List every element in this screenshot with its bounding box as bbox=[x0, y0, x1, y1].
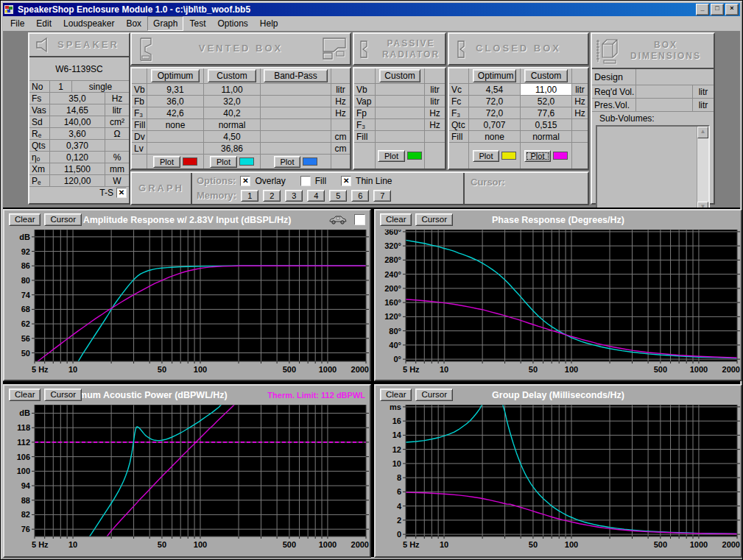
param-value[interactable] bbox=[261, 84, 331, 96]
param-value[interactable] bbox=[376, 96, 425, 107]
cursor-button[interactable]: Cursor bbox=[44, 389, 82, 401]
menu-test[interactable]: Test bbox=[183, 16, 211, 31]
memory-button-4[interactable]: 4 bbox=[307, 190, 325, 202]
memory-button-1[interactable]: 1 bbox=[241, 190, 258, 202]
memory-button-6[interactable]: 6 bbox=[351, 190, 369, 202]
vented-custom-button[interactable]: Custom bbox=[208, 69, 256, 82]
plot-optimum-button[interactable]: Plot bbox=[153, 156, 180, 168]
menu-help[interactable]: Help bbox=[254, 16, 284, 31]
svg-text:86: 86 bbox=[21, 261, 30, 270]
design-value[interactable] bbox=[636, 69, 714, 85]
param-value[interactable]: 0,515 bbox=[521, 119, 572, 131]
ts-checkbox[interactable]: ✕ bbox=[116, 188, 127, 198]
param-value[interactable]: 140,00 bbox=[50, 116, 105, 128]
vented-optimum-button[interactable]: Optimum bbox=[151, 69, 199, 82]
param-value[interactable]: normal bbox=[521, 131, 572, 143]
param-value[interactable]: 4,50 bbox=[204, 131, 261, 143]
maximize-button[interactable]: □ bbox=[711, 4, 724, 15]
param-value[interactable]: 72,0 bbox=[469, 96, 521, 107]
param-value[interactable]: none bbox=[147, 119, 204, 131]
closed-optimum-button[interactable]: Optimum bbox=[473, 69, 516, 82]
param-value[interactable] bbox=[376, 107, 425, 119]
param-value[interactable] bbox=[147, 131, 204, 143]
param-value[interactable]: 36,0 bbox=[147, 96, 204, 107]
param-value[interactable]: 77,6 bbox=[521, 107, 572, 119]
param-value[interactable]: normal bbox=[204, 119, 261, 131]
param-value[interactable]: 36,86 bbox=[204, 143, 261, 155]
cursor-button[interactable]: Cursor bbox=[44, 213, 82, 226]
power-chart[interactable]: 76828894100106112118dB5 Hz10501005001000… bbox=[5, 405, 370, 552]
param-value[interactable]: 0,707 bbox=[469, 119, 521, 131]
param-value[interactable] bbox=[261, 107, 331, 119]
param-value[interactable]: none bbox=[469, 131, 521, 143]
reqd-vol-value[interactable] bbox=[636, 85, 693, 99]
pres-vol-row: Pres.Vol. litr bbox=[592, 99, 714, 112]
param-value[interactable]: 0,120 bbox=[50, 152, 105, 163]
menu-loudspeaker[interactable]: Loudspeaker bbox=[57, 16, 120, 31]
param-value[interactable]: 4,54 bbox=[469, 84, 521, 96]
param-value[interactable] bbox=[376, 119, 425, 131]
menu-file[interactable]: File bbox=[4, 16, 30, 31]
clear-button[interactable]: Clear bbox=[9, 213, 41, 226]
thinline-checkbox[interactable]: ✕ bbox=[341, 176, 351, 186]
pres-vol-value[interactable] bbox=[636, 99, 693, 112]
menu-graph[interactable]: Graph bbox=[147, 16, 183, 31]
param-value[interactable]: 35,0 bbox=[50, 93, 105, 104]
param-value[interactable]: 11,00 bbox=[204, 84, 261, 96]
minimize-button[interactable]: _ bbox=[696, 4, 709, 15]
car-icon[interactable] bbox=[328, 215, 348, 224]
param-value[interactable] bbox=[147, 143, 204, 155]
param-value[interactable] bbox=[261, 143, 331, 155]
param-value[interactable]: 3,60 bbox=[50, 128, 105, 140]
listbox-scrollbar[interactable]: ▲ ▼ bbox=[697, 127, 708, 213]
plot-custom-button[interactable]: Plot bbox=[210, 156, 237, 168]
cursor-button[interactable]: Cursor bbox=[415, 213, 453, 226]
delay-chart[interactable]: 0246810121416ms5 Hz105010050010002000 bbox=[376, 405, 742, 552]
scroll-up-icon[interactable]: ▲ bbox=[697, 127, 708, 138]
plot-bandpass-button[interactable]: Plot bbox=[274, 156, 301, 168]
param-value[interactable] bbox=[261, 119, 331, 131]
param-value[interactable]: 72,0 bbox=[469, 107, 521, 119]
param-value[interactable] bbox=[376, 131, 425, 143]
fill-checkbox[interactable] bbox=[300, 176, 311, 186]
param-value[interactable]: 9,31 bbox=[147, 84, 204, 96]
cursor-button[interactable]: Cursor bbox=[415, 389, 453, 401]
memory-button-3[interactable]: 3 bbox=[285, 190, 303, 202]
menu-edit[interactable]: Edit bbox=[30, 16, 57, 31]
memory-button-2[interactable]: 2 bbox=[263, 190, 281, 202]
overlay-checkbox[interactable]: ✕ bbox=[240, 176, 250, 186]
speaker-mode[interactable]: single bbox=[72, 81, 129, 93]
param-value[interactable] bbox=[261, 131, 331, 143]
phase-chart[interactable]: 0°40°80°120°160°200°240°280°320°360°5 Hz… bbox=[376, 230, 742, 377]
vented-bandpass-button[interactable]: Band-Pass bbox=[264, 69, 328, 82]
car-mode-toggle[interactable] bbox=[354, 214, 365, 225]
param-value[interactable]: 0,370 bbox=[50, 140, 105, 152]
memory-button-7[interactable]: 7 bbox=[373, 190, 391, 202]
plot-closed-custom-button[interactable]: Plot bbox=[524, 150, 552, 162]
speaker-model[interactable]: W6-1139SC bbox=[29, 57, 129, 81]
param-value[interactable]: 14,65 bbox=[50, 104, 105, 116]
clear-button[interactable]: Clear bbox=[9, 389, 41, 401]
closed-custom-button[interactable]: Custom bbox=[524, 69, 568, 82]
param-value[interactable]: 42,6 bbox=[147, 107, 204, 119]
param-value[interactable]: 11,500 bbox=[50, 163, 105, 175]
plot-passive-button[interactable]: Plot bbox=[378, 150, 405, 162]
clear-button[interactable]: Clear bbox=[380, 213, 412, 226]
close-button[interactable]: × bbox=[725, 4, 739, 15]
param-value[interactable]: 120,00 bbox=[50, 175, 105, 187]
subvolumes-listbox[interactable]: ▲ ▼ bbox=[596, 125, 710, 215]
speaker-no-value[interactable]: 1 bbox=[50, 81, 72, 93]
param-value[interactable] bbox=[376, 84, 425, 96]
param-value[interactable]: 52,0 bbox=[521, 96, 572, 107]
clear-button[interactable]: Clear bbox=[380, 389, 412, 401]
plot-closed-optimum-button[interactable]: Plot bbox=[473, 150, 500, 162]
param-value[interactable]: 32,0 bbox=[204, 96, 261, 107]
menu-box[interactable]: Box bbox=[120, 16, 147, 31]
memory-button-5[interactable]: 5 bbox=[329, 190, 347, 202]
amplitude-chart[interactable]: 5056626874808692dB5 Hz105010050010002000 bbox=[5, 230, 370, 377]
param-value[interactable] bbox=[261, 96, 331, 107]
menu-options[interactable]: Options bbox=[211, 16, 253, 31]
closed-vc-custom-input[interactable]: 11,00 bbox=[521, 84, 572, 96]
param-value[interactable]: 40,2 bbox=[204, 107, 261, 119]
passive-custom-button[interactable]: Custom bbox=[379, 69, 421, 82]
